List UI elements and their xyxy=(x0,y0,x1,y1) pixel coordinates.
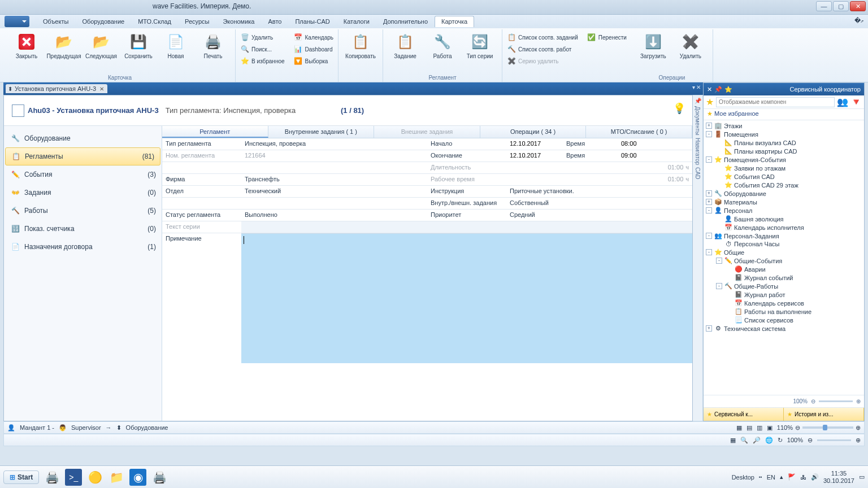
zoom-icon[interactable]: 🔎 xyxy=(753,437,761,444)
sidenav-item[interactable]: 📄Назначения договора(1) xyxy=(4,238,162,256)
tree-node[interactable]: +🔧Оборудование xyxy=(704,189,864,198)
sidenav-item[interactable]: 🔨Работы(5) xyxy=(4,202,162,220)
tabstrip-dropdown-icon[interactable]: ▾ xyxy=(692,84,695,90)
form-tab[interactable]: МТО/Списание ( 0 ) xyxy=(586,126,692,138)
zoom-in-icon[interactable]: ⊕ xyxy=(856,398,861,404)
hint-bulb-icon[interactable]: 💡 xyxy=(673,102,685,115)
tree-node[interactable]: 📅Календарь сервисов xyxy=(704,299,864,307)
tree-node[interactable]: -🔨Общие-Работы xyxy=(704,282,864,290)
document-tab[interactable]: ⬍ Установка приточная AHU-3 ✕ xyxy=(6,84,107,93)
ribbon-button[interactable]: 📋Копировать xyxy=(343,30,378,72)
nav-favorites-link[interactable]: Мое избранное xyxy=(714,110,759,117)
zoom-slider[interactable] xyxy=(802,426,853,429)
tray-flag-icon[interactable]: 🚩 xyxy=(788,473,796,481)
clock[interactable]: 11:3530.10.2017 xyxy=(823,470,854,485)
nav-user-icon[interactable]: 👥 xyxy=(837,97,848,107)
taskbar-printer-icon[interactable]: 🖨️ xyxy=(44,469,60,486)
ribbon-small-button[interactable]: ✅Перенести xyxy=(585,32,629,43)
nav-pin-icon[interactable]: 📌 xyxy=(714,86,722,93)
taskbar-app-icon[interactable]: ◉ xyxy=(129,469,146,486)
task-source-value[interactable]: Собственный xyxy=(506,198,692,209)
menu-item[interactable]: Карточка xyxy=(435,16,474,27)
tray-sound-icon[interactable]: 🔊 xyxy=(811,473,819,481)
app-menu-button[interactable] xyxy=(5,16,29,27)
refresh-icon[interactable]: ↻ xyxy=(778,437,783,444)
ribbon-button[interactable]: 📋Задание xyxy=(388,30,423,72)
menu-item[interactable]: Оборудование xyxy=(75,16,131,27)
tree-node[interactable]: ⭐События CAD xyxy=(704,172,864,181)
side-tab-cad[interactable]: CAD xyxy=(695,167,701,179)
instruction-value[interactable]: Приточные установки. xyxy=(506,186,692,197)
tree-node[interactable]: +⚙Техническая система xyxy=(704,324,864,333)
zoom-out-icon[interactable]: ⊖ xyxy=(795,424,800,432)
start-button[interactable]: ⊞Start xyxy=(3,470,39,484)
close-tab-icon[interactable]: ✕ xyxy=(99,86,104,92)
nav-filter-icon[interactable]: 🔻 xyxy=(850,97,862,107)
pin-icon[interactable]: 📌 xyxy=(695,98,701,104)
tray-network-icon[interactable]: 🖧 xyxy=(800,474,806,481)
tree-node[interactable]: 👤Башня эволюция xyxy=(704,215,864,223)
form-tab[interactable]: Внутренние задания ( 1 ) xyxy=(268,126,375,138)
zoom-in-icon[interactable]: ⊕ xyxy=(856,424,861,432)
grid-icon[interactable]: ▦ xyxy=(730,437,736,444)
menu-item[interactable]: Авто xyxy=(261,16,288,27)
sidenav-item[interactable]: 🔧Оборудование xyxy=(4,129,162,147)
ribbon-button[interactable]: 🖨️Печать xyxy=(196,30,231,72)
tree-node[interactable]: +🏢Этажи xyxy=(704,121,864,130)
tree-node[interactable]: 📓Журнал работ xyxy=(704,290,864,299)
tree-node[interactable]: 📐Планы квартиры CAD xyxy=(704,147,864,155)
ribbon-button[interactable]: ⬇️Загрузить xyxy=(636,30,671,72)
minimize-button[interactable]: — xyxy=(816,1,832,11)
tree-node[interactable]: 📐Планы визуализ CAD xyxy=(704,138,864,147)
ribbon-button[interactable]: ✖️Удалить xyxy=(673,30,708,72)
reg-type-value[interactable]: Инспекция, проверка xyxy=(241,138,427,150)
priority-value[interactable]: Средний xyxy=(506,210,692,221)
menu-item[interactable]: Планы-CAD xyxy=(288,16,336,27)
view-mode-1-icon[interactable]: ▦ xyxy=(736,424,742,432)
tree-node[interactable]: -👥Персонал-Задания xyxy=(704,232,864,240)
tree-node[interactable]: -✏️Общие-События xyxy=(704,256,864,265)
menu-item[interactable]: МТО.Склад xyxy=(131,16,178,27)
tray-rect-icon[interactable]: ▭ xyxy=(859,473,865,481)
taskbar-powershell-icon[interactable]: >_ xyxy=(65,469,82,486)
ribbon-small-button[interactable]: ⭐В избранное xyxy=(238,55,287,67)
language-indicator[interactable]: EN xyxy=(767,474,775,481)
status-value[interactable]: Выполнено xyxy=(241,210,427,221)
tree-node[interactable]: ⭐Заявки по этажам xyxy=(704,164,864,172)
app-zoom-slider[interactable] xyxy=(817,439,851,441)
sidenav-item[interactable]: 📋Регламенты(81) xyxy=(5,147,160,165)
view-mode-3-icon[interactable]: ▥ xyxy=(757,424,762,432)
tree-node[interactable]: 📓Журнал событий xyxy=(704,273,864,282)
show-desktop-button[interactable]: Desktop xyxy=(732,474,754,481)
tree-node[interactable]: +📦Материалы xyxy=(704,198,864,206)
taskbar-chrome-icon[interactable]: 🟡 xyxy=(86,469,103,486)
department-value[interactable]: Технический xyxy=(241,186,427,197)
end-time-value[interactable]: 09:00 xyxy=(618,150,674,162)
nav-search-input[interactable] xyxy=(716,97,835,107)
tree-node[interactable]: -👤Персонал xyxy=(704,206,864,215)
tree-node[interactable]: ⏱Персонал Часы xyxy=(704,240,864,248)
start-date-value[interactable]: 12.10.2017 xyxy=(506,138,563,150)
ribbon-button[interactable]: 📂Предыдущая xyxy=(46,30,81,72)
side-tab-documents[interactable]: Документы xyxy=(695,106,701,136)
ribbon-small-button[interactable]: 🔍Поиск... xyxy=(238,43,287,55)
company-value[interactable]: Транснефть xyxy=(241,174,427,185)
ribbon-small-button[interactable]: 📊Dashboard xyxy=(292,43,336,55)
maximize-button[interactable]: ▢ xyxy=(833,1,849,11)
tree-node[interactable]: -⭐Помещения-События xyxy=(704,155,864,164)
zoom-out-icon[interactable]: ⊖ xyxy=(808,437,813,444)
start-time-value[interactable]: 08:00 xyxy=(618,138,674,150)
zoom-out-icon[interactable]: ⊖ xyxy=(811,398,815,404)
tree-node[interactable]: -⭐Общие xyxy=(704,248,864,256)
tree-node[interactable]: 📅Календарь исполнителя xyxy=(704,223,864,232)
view-mode-4-icon[interactable]: ▣ xyxy=(767,424,772,432)
ribbon-small-button[interactable]: 📅Календарь xyxy=(292,32,336,43)
sidenav-item[interactable]: ✏️События(3) xyxy=(4,165,162,184)
ribbon-button[interactable]: 💾Сохранить xyxy=(121,30,156,72)
tree-node[interactable]: -🚪Помещения xyxy=(704,130,864,138)
side-tab-navigator[interactable]: Навигатор xyxy=(695,138,701,165)
search-icon[interactable]: 🔍 xyxy=(740,437,748,444)
view-mode-2-icon[interactable]: ▤ xyxy=(747,424,752,432)
nav-close-icon[interactable]: ✕ xyxy=(707,86,712,93)
tree-node[interactable]: ⭐События CAD 29 этаж xyxy=(704,181,864,189)
